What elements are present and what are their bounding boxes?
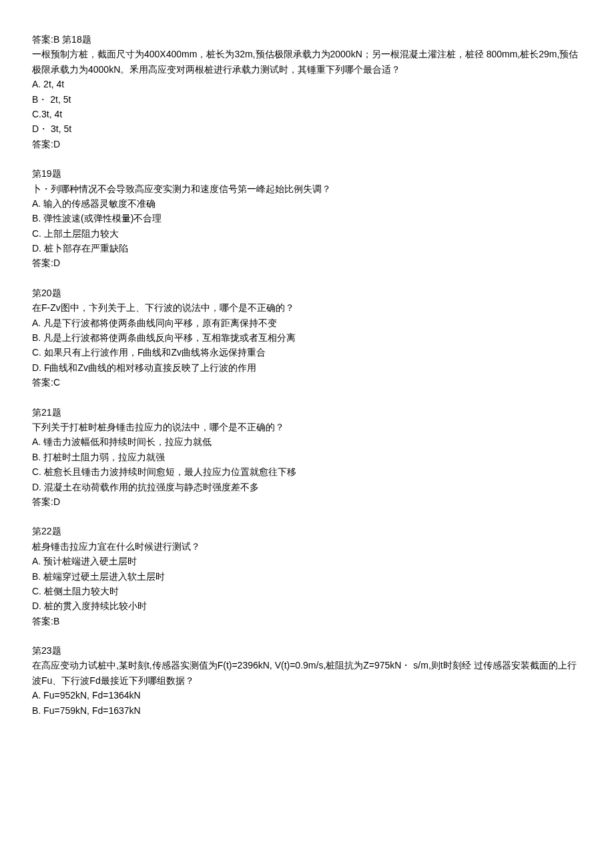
q21-block: 第21题 下列关于打桩时桩身锤击拉应力的说法中，哪个是不正确的？ A. 锤击力波… — [32, 405, 582, 510]
q18-option-d: D・ 3t, 5t — [32, 121, 582, 136]
top-answer-and-q18-title: 答案:B 第18题 — [32, 32, 582, 47]
q18-stem: 一根预制方桩，截面尺寸为400X400mm，桩长为32m,预估极限承载力为200… — [32, 47, 582, 77]
q19-option-b: B. 弹性波速(或弹性模量)不合理 — [32, 211, 582, 226]
q21-option-a: A. 锤击力波幅低和持续时间长，拉应力就低 — [32, 434, 582, 449]
q21-option-d: D. 混凝土在动荷载作用的抗拉强度与静态时强度差不多 — [32, 480, 582, 494]
q20-title: 第20题 — [32, 286, 582, 300]
q19-block: 第19题 卜・列哪种情况不会导致高应变实测力和速度信号第一峰起始比例失调？ A.… — [32, 166, 582, 271]
q23-option-b: B. Fu=759kN, Fd=1637kN — [32, 703, 582, 718]
q23-title: 第23题 — [32, 643, 582, 658]
q22-title: 第22题 — [32, 524, 582, 538]
q19-option-d: D. 桩卜部存在严重缺陷 — [32, 241, 582, 256]
q20-option-c: C. 如果只有上行波作用，F曲线和Zv曲线将永远保持重合 — [32, 345, 582, 360]
q21-option-c: C. 桩愈长且锤击力波持续时间愈短，最人拉应力位置就愈往下移 — [32, 464, 582, 479]
q22-option-a: A. 预计桩端进入硬土层时 — [32, 554, 582, 568]
q20-option-d: D. F曲线和Zv曲线的相对移动直接反映了上行波的作用 — [32, 360, 582, 375]
q18-block: 答案:B 第18题 一根预制方桩，截面尺寸为400X400mm，桩长为32m,预… — [32, 32, 582, 151]
q22-option-d: D. 桩的贯入度持续比较小时 — [32, 598, 582, 613]
q23-stem: 在高应变动力试桩中,某时刻t,传感器实测值为F(t)=2396kN, V(t)=… — [32, 658, 582, 688]
q22-option-b: B. 桩端穿过硬土层进入软土层时 — [32, 569, 582, 584]
q19-option-c: C. 上部土层阻力较大 — [32, 226, 582, 241]
q18-option-a: A. 2t, 4t — [32, 77, 582, 91]
q18-option-b: B・ 2t, 5t — [32, 92, 582, 107]
q20-stem: 在F-Zv图中，卞列关于上、下行波的说法中，哪个是不正确的？ — [32, 300, 582, 315]
q18-option-c: C.3t, 4t — [32, 107, 582, 121]
q20-option-b: B. 凡是上行波都将使两条曲线反向平移，互相靠拢或者互相分离 — [32, 330, 582, 345]
q20-option-a: A. 凡是下行波都将使两条曲线同向平移，原有距离保持不变 — [32, 316, 582, 330]
q19-stem: 卜・列哪种情况不会导致高应变实测力和速度信号第一峰起始比例失调？ — [32, 181, 582, 196]
q20-answer: 答案:C — [32, 375, 582, 390]
q22-stem: 桩身锤击拉应力宜在什么时候进行测试？ — [32, 539, 582, 554]
q21-option-b: B. 打桩时土阻力弱，拉应力就强 — [32, 450, 582, 464]
q21-stem: 下列关于打桩时桩身锤击拉应力的说法中，哪个是不正确的？ — [32, 420, 582, 434]
q19-answer: 答案:D — [32, 256, 582, 270]
q22-answer: 答案:B — [32, 614, 582, 628]
q19-option-a: A. 输入的传感器灵敏度不准确 — [32, 196, 582, 211]
q18-answer: 答案:D — [32, 137, 582, 151]
q23-block: 第23题 在高应变动力试桩中,某时刻t,传感器实测值为F(t)=2396kN, … — [32, 643, 582, 718]
q21-answer: 答案:D — [32, 494, 582, 509]
q22-block: 第22题 桩身锤击拉应力宜在什么时候进行测试？ A. 预计桩端进入硬土层时 B.… — [32, 524, 582, 628]
q20-block: 第20题 在F-Zv图中，卞列关于上、下行波的说法中，哪个是不正确的？ A. 凡… — [32, 286, 582, 390]
q22-option-c: C. 桩侧土阻力较大时 — [32, 584, 582, 598]
q19-title: 第19题 — [32, 166, 582, 181]
q23-option-a: A. Fu=952kN, Fd=1364kN — [32, 688, 582, 703]
q21-title: 第21题 — [32, 405, 582, 420]
